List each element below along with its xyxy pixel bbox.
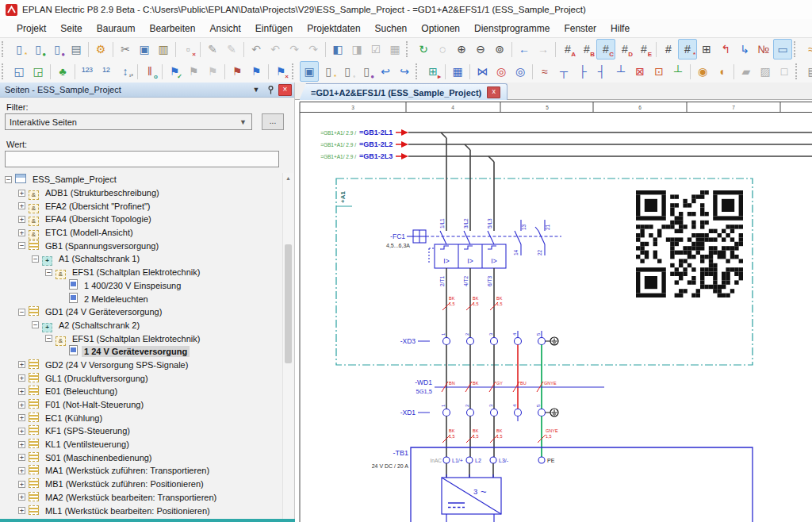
tree-item[interactable]: −&EFS1 (Schaltplan Elektrotechnik) <box>2 332 282 345</box>
tree-item[interactable]: +GL1 (Druckluftversorgung) <box>2 371 282 385</box>
tree-item[interactable]: +E01 (Beleuchtung) <box>2 385 282 398</box>
expand-icon[interactable]: + <box>18 454 25 461</box>
panel-header[interactable]: Seiten - ESS_Sample_Project ▼ × <box>0 83 294 98</box>
toolbar-grip[interactable] <box>292 63 297 79</box>
dashed-selection-button[interactable]: □ <box>775 61 794 82</box>
hatch-fill-button[interactable]: ▨ <box>756 61 775 82</box>
toolbar-grip[interactable] <box>2 41 7 57</box>
window-layout-button[interactable]: ◨ <box>347 39 366 59</box>
terminal-strip-xd1[interactable]: -XD1 1 2 3 4 5 <box>400 404 558 421</box>
device-numbering-button[interactable]: ¹²³ <box>78 61 97 82</box>
menu-projektdaten[interactable]: Projektdaten <box>300 21 367 36</box>
menu-dienstprogramme[interactable]: Dienstprogramme <box>467 21 557 36</box>
redo-button[interactable]: ↷ <box>285 39 304 59</box>
expand-icon[interactable]: + <box>18 190 25 197</box>
grid-a-button[interactable]: #A <box>558 39 577 59</box>
menu-hilfe[interactable]: Hilfe <box>603 21 637 36</box>
terminal-strip-xd3[interactable]: -XD3 1 2 3 4 5 <box>400 331 558 345</box>
open-page-button[interactable]: ▯● <box>29 39 48 59</box>
scroll-up-icon[interactable]: ▲ <box>283 173 293 183</box>
toolbar-grip[interactable] <box>795 63 801 79</box>
tab-close-icon[interactable]: x <box>487 86 500 98</box>
collapse-icon[interactable]: − <box>18 242 25 249</box>
renumber-button[interactable]: ↕¹² <box>116 61 135 82</box>
expand-icon[interactable]: + <box>18 507 25 514</box>
cable-definition-button[interactable]: ◉ <box>693 61 712 82</box>
copy-button[interactable]: ▣ <box>135 39 154 59</box>
motor-breaker-fc1[interactable]: -FC1 4,5...6,3A <box>386 218 561 286</box>
collapse-icon[interactable]: − <box>32 321 39 328</box>
tree-item[interactable]: +EC1 (Kühlung) <box>2 411 282 424</box>
zoom-in-button[interactable]: ⊕ <box>452 39 471 59</box>
expand-icon[interactable]: + <box>18 493 25 501</box>
delete-selection-button[interactable]: ▫× <box>178 39 197 59</box>
expand-icon[interactable]: + <box>18 374 25 382</box>
tool-widget-button[interactable]: ▤ <box>803 61 812 82</box>
tree-item[interactable]: +GD2 (24 V Versorgung SPS-Signale) <box>2 359 282 372</box>
page-properties-button[interactable]: ▯● <box>48 39 67 59</box>
interruption-point-button[interactable]: ≈ <box>535 61 554 82</box>
expand-icon[interactable]: + <box>18 481 25 488</box>
pin-icon[interactable] <box>264 84 277 95</box>
tree-scrollbar[interactable]: ▲ <box>282 173 293 519</box>
expand-icon[interactable]: + <box>18 467 25 474</box>
zoom-out-button[interactable]: ⊖ <box>471 39 490 59</box>
table-view-button[interactable]: ▦ <box>385 39 404 59</box>
grid-e-button[interactable]: #E <box>634 39 653 59</box>
cut-button[interactable]: ✂ <box>116 39 135 59</box>
filter-more-button[interactable]: ... <box>262 113 284 130</box>
tree-item[interactable]: +KF1 (SPS-Steuerung) <box>2 424 282 438</box>
expand-icon[interactable]: + <box>18 414 25 421</box>
logic-jump-button[interactable]: ↳ <box>735 39 754 59</box>
tree-item[interactable]: 1 24 V Geräteversorgung <box>2 345 282 359</box>
edit-terminal-strip-button[interactable]: ‖o <box>140 61 159 82</box>
menu-bearbeiten[interactable]: Bearbeiten <box>142 21 202 36</box>
new-window-button[interactable]: ◧ <box>328 39 347 59</box>
collapse-icon[interactable]: − <box>45 269 52 276</box>
menu-seite[interactable]: Seite <box>53 21 89 36</box>
collapse-icon[interactable]: − <box>18 309 25 316</box>
wert-input[interactable] <box>5 151 279 167</box>
collapse-icon[interactable]: − <box>45 335 52 342</box>
potential-node-button[interactable]: ┴ <box>668 61 688 82</box>
jump-symbol-button[interactable]: ↰ <box>716 39 735 59</box>
export-page-button[interactable]: ↪ <box>395 61 414 82</box>
drawing-canvas[interactable]: 3 4 5 6 7 +A1 =GB1+A1/ 2.9 / =GB1+A1/ <box>295 100 812 522</box>
menu-optionen[interactable]: Optionen <box>414 21 467 36</box>
tree-item[interactable]: +&EFA2 (Übersicht "Profinet") <box>2 199 282 213</box>
t-node-left-button[interactable]: ┤ <box>592 61 611 82</box>
zoom-100-button[interactable]: ⊚ <box>490 39 509 59</box>
expand-icon[interactable]: + <box>18 202 25 209</box>
tree-item[interactable]: +MA2 (Werkstück bearbeiten: Transportier… <box>2 491 282 505</box>
tree-item[interactable]: −ESS_Sample_Project <box>2 173 282 186</box>
tree-item[interactable]: +F01 (Not-Halt-Steuerung) <box>2 398 282 412</box>
plugin-button[interactable]: ♣ <box>53 61 72 82</box>
zoom-window-button[interactable]: ◌ <box>433 39 452 59</box>
print-button[interactable]: ▤ <box>67 39 86 59</box>
goto-graphic-button[interactable]: ◱ <box>10 61 29 82</box>
tree-item[interactable]: −GB1 (Spannungsversorgung) <box>2 239 282 252</box>
menu-fenster[interactable]: Fenster <box>557 21 603 36</box>
object-snap-button[interactable]: ⊞ <box>697 39 716 59</box>
format-brush-2-button[interactable]: ✎ <box>222 39 241 59</box>
potential-tracking-button[interactable]: ◎ <box>492 61 511 82</box>
refresh-view-button[interactable]: ↻ <box>414 39 433 59</box>
complete-flag-button[interactable]: ⚑✓ <box>165 61 184 82</box>
terminal-numbering-button[interactable]: ¹² <box>97 61 116 82</box>
polygon-select-button[interactable]: ▰ <box>737 61 756 82</box>
expand-icon[interactable]: + <box>18 428 25 435</box>
tree-item[interactable]: −&EFS1 (Schaltplan Elektrotechnik) <box>2 266 282 279</box>
remove-flag-button[interactable]: ⚑× <box>271 61 290 82</box>
power-supply-tb1[interactable]: -TB1 24 V DC / 20 A InAC L1/+ L2 L3/- PE <box>372 447 753 522</box>
t-node-right-button[interactable]: ├ <box>573 61 592 82</box>
forward-button[interactable]: → <box>534 39 553 59</box>
copy-properties-button[interactable]: ▣ <box>300 61 319 82</box>
new-from-template-button[interactable]: ▯* <box>319 61 338 82</box>
tree-item[interactable]: +KL1 (Ventilsteuerung) <box>2 438 282 451</box>
menu-bauraum[interactable]: Bauraum <box>90 21 143 36</box>
tab-schematic-page[interactable]: =GD1+A2&EFS1/1 (ESS_Sample_Project) x <box>299 83 508 101</box>
toolbar-grip[interactable] <box>416 63 421 79</box>
dock-splitter[interactable] <box>0 519 295 522</box>
scrollbar-thumb[interactable] <box>285 244 292 363</box>
menu-einfügen[interactable]: Einfügen <box>248 21 300 36</box>
